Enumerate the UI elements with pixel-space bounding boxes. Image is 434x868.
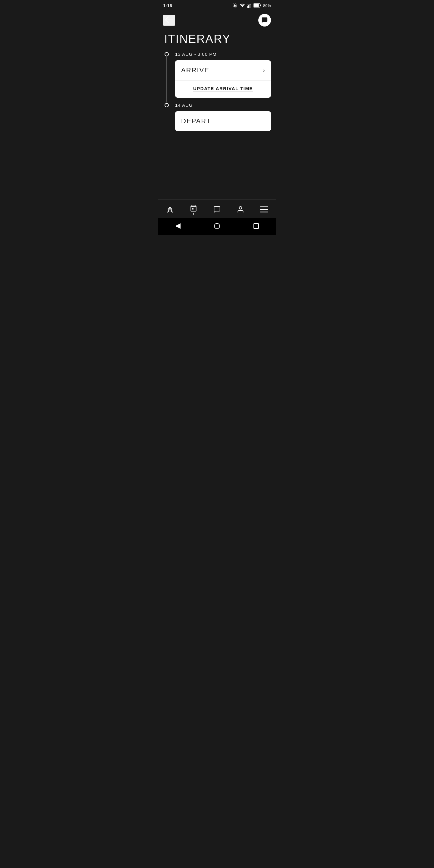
svg-rect-19 — [260, 212, 268, 213]
svg-rect-17 — [260, 207, 268, 207]
nav-item-home[interactable] — [163, 204, 177, 215]
arrive-card-title: ARRIVE — [181, 66, 210, 74]
svg-rect-6 — [254, 4, 258, 7]
timeline-content-2: 14 AUG DEPART — [175, 102, 271, 136]
status-icons: 80% — [232, 3, 271, 8]
page-title: ITINERARY — [158, 30, 276, 52]
timeline-line-2 — [166, 107, 167, 136]
timeline-dot-1 — [164, 52, 169, 56]
nav-item-profile[interactable] — [234, 204, 247, 215]
timeline-line-1 — [166, 56, 167, 102]
svg-point-21 — [214, 223, 220, 229]
back-button[interactable] — [163, 15, 175, 26]
svg-rect-1 — [248, 5, 249, 8]
timeline-item-arrive: 13 AUG - 3:00 PM ARRIVE › UPDATE ARRIVAL… — [163, 52, 271, 102]
status-time: 1:16 — [163, 3, 172, 8]
mute-icon — [232, 3, 238, 8]
arrive-card: ARRIVE › UPDATE ARRIVAL TIME — [175, 60, 271, 98]
system-home-button[interactable] — [212, 221, 222, 231]
calendar-icon — [189, 204, 198, 213]
svg-rect-2 — [249, 4, 250, 8]
svg-rect-22 — [254, 224, 258, 228]
timeline-left-1 — [163, 52, 170, 102]
svg-rect-3 — [250, 4, 251, 8]
depart-card[interactable]: DEPART — [175, 111, 271, 131]
battery-text: 80% — [263, 3, 271, 8]
menu-icon — [260, 205, 268, 214]
svg-marker-20 — [175, 223, 181, 229]
arrive-card-header[interactable]: ARRIVE › — [175, 60, 271, 80]
arrive-date: 13 AUG - 3:00 PM — [175, 52, 271, 57]
home-icon — [166, 205, 174, 214]
svg-rect-18 — [260, 209, 268, 210]
battery-icon — [253, 3, 261, 7]
arrive-chevron-icon: › — [263, 67, 265, 74]
timeline-left-2 — [163, 102, 170, 136]
depart-date: 14 AUG — [175, 102, 271, 107]
chat-button[interactable] — [258, 14, 271, 27]
timeline-item-depart: 14 AUG DEPART — [163, 102, 271, 136]
arrive-card-action[interactable]: UPDATE ARRIVAL TIME — [175, 81, 271, 98]
profile-icon — [236, 205, 245, 214]
nav-item-chat[interactable] — [210, 204, 224, 215]
timeline-content-1: 13 AUG - 3:00 PM ARRIVE › UPDATE ARRIVAL… — [175, 52, 271, 102]
status-bar: 1:16 80% — [158, 0, 276, 11]
svg-point-16 — [239, 207, 242, 209]
system-recents-button[interactable] — [251, 221, 261, 231]
calendar-dot — [193, 213, 194, 215]
svg-rect-0 — [247, 6, 248, 8]
svg-rect-5 — [260, 4, 261, 6]
system-nav-bar — [158, 218, 276, 235]
nav-item-menu[interactable] — [257, 204, 271, 215]
chat-nav-icon — [213, 205, 221, 214]
timeline-dot-2 — [164, 103, 169, 107]
top-nav — [158, 11, 276, 30]
nav-item-calendar[interactable] — [187, 203, 200, 216]
wifi-icon — [240, 3, 245, 8]
bottom-nav — [158, 199, 276, 218]
signal-icon — [247, 3, 252, 8]
depart-card-title: DEPART — [181, 117, 211, 125]
timeline: 13 AUG - 3:00 PM ARRIVE › UPDATE ARRIVAL… — [158, 52, 276, 199]
update-arrival-button[interactable]: UPDATE ARRIVAL TIME — [193, 86, 253, 92]
system-back-button[interactable] — [173, 221, 183, 231]
